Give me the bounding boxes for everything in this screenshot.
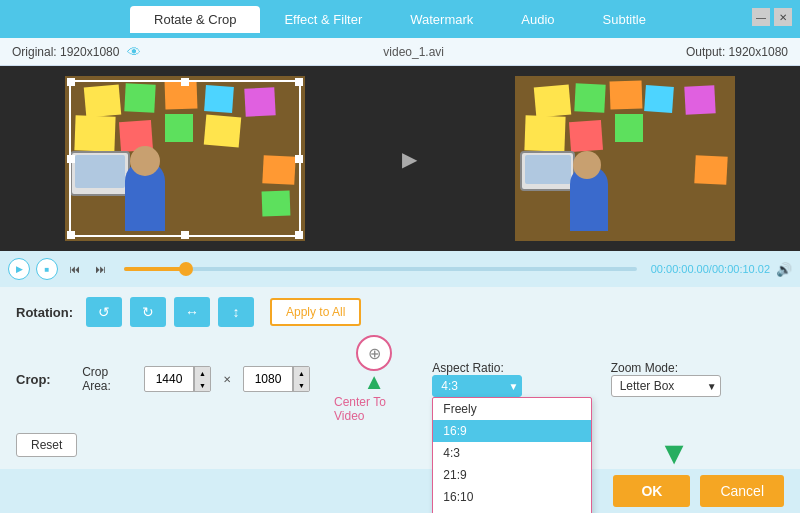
option-16-9[interactable]: 16:9 bbox=[433, 420, 591, 442]
height-spinner: ▲ ▼ bbox=[292, 367, 309, 391]
option-5-4[interactable]: 5:4 bbox=[433, 508, 591, 513]
desk-scene-left bbox=[65, 76, 305, 241]
tab-audio[interactable]: Audio bbox=[497, 6, 578, 33]
height-input-group: ▲ ▼ bbox=[243, 366, 310, 392]
crop-handle-mr[interactable] bbox=[295, 155, 303, 163]
preview-arrow: ▶ bbox=[402, 147, 417, 171]
crop-handle-bm[interactable] bbox=[181, 231, 189, 239]
crop-label: Crop: bbox=[16, 372, 74, 387]
rotation-row: Rotation: ↺ ↻ ↔ ↕ Apply to All bbox=[16, 297, 784, 327]
tab-watermark[interactable]: Watermark bbox=[386, 6, 497, 33]
info-bar: Original: 1920x1080 👁 video_1.avi Output… bbox=[0, 38, 800, 66]
rotation-label: Rotation: bbox=[16, 305, 78, 320]
r-sticky-2 bbox=[574, 83, 605, 113]
preview-area: ▶ bbox=[0, 66, 800, 251]
green-arrow-icon: ▼ bbox=[658, 437, 690, 469]
timeline-progress bbox=[124, 267, 186, 271]
time-display: 00:00:00.00/00:00:10.02 bbox=[651, 263, 770, 275]
r-sticky-4 bbox=[644, 85, 674, 113]
aspect-select-wrapper: Freely 16:9 4:3 21:9 16:10 5:4 1:1 9:16 … bbox=[432, 375, 522, 397]
up-arrow-icon: ▲ bbox=[363, 371, 385, 393]
tab-bar: Rotate & Crop Effect & Filter Watermark … bbox=[130, 6, 670, 33]
crop-area-label: Crop Area: bbox=[82, 365, 136, 393]
crop-handle-tr[interactable] bbox=[295, 78, 303, 86]
window-controls: — ✕ bbox=[752, 8, 792, 26]
tab-rotate-crop[interactable]: Rotate & Crop bbox=[130, 6, 260, 33]
next-button[interactable]: ⏭ bbox=[90, 259, 110, 279]
option-21-9[interactable]: 21:9 bbox=[433, 464, 591, 486]
aspect-ratio-block: Aspect Ratio: Freely 16:9 4:3 21:9 16:10… bbox=[432, 361, 590, 397]
height-down-button[interactable]: ▼ bbox=[293, 379, 309, 391]
option-freely[interactable]: Freely bbox=[433, 398, 591, 420]
crop-handle-ml[interactable] bbox=[67, 155, 75, 163]
crop-handle-tm[interactable] bbox=[181, 78, 189, 86]
volume-icon[interactable]: 🔊 bbox=[776, 262, 792, 277]
timeline-track[interactable] bbox=[124, 267, 637, 271]
aspect-ratio-label: Aspect Ratio: bbox=[432, 361, 503, 375]
reset-button[interactable]: Reset bbox=[16, 433, 77, 457]
r-sticky-1 bbox=[534, 85, 571, 118]
width-spinner: ▲ ▼ bbox=[193, 367, 210, 391]
zoom-select-wrapper: Letter Box Pan & Scan Full ▼ bbox=[611, 375, 721, 397]
r-sticky-5 bbox=[684, 85, 715, 115]
aspect-ratio-select[interactable]: Freely 16:9 4:3 21:9 16:10 5:4 1:1 9:16 bbox=[432, 375, 522, 397]
crop-row: Crop: Crop Area: ▲ ▼ ✕ ▲ ▼ ⊕ ▲ Center To… bbox=[16, 335, 784, 423]
r-head bbox=[573, 151, 601, 179]
option-16-10[interactable]: 16:10 bbox=[433, 486, 591, 508]
video-preview-right bbox=[515, 76, 735, 241]
minimize-button[interactable]: — bbox=[752, 8, 770, 26]
crop-border bbox=[69, 80, 301, 237]
ok-button[interactable]: OK bbox=[613, 475, 690, 507]
zoom-mode-block: Zoom Mode: Letter Box Pan & Scan Full ▼ bbox=[611, 361, 784, 397]
close-button[interactable]: ✕ bbox=[774, 8, 792, 26]
video-preview-left bbox=[65, 76, 305, 241]
zoom-mode-select[interactable]: Letter Box Pan & Scan Full bbox=[611, 375, 721, 397]
option-4-3[interactable]: 4:3 bbox=[433, 442, 591, 464]
aspect-dropdown-list: Freely 16:9 4:3 21:9 16:10 5:4 1:1 9:16 bbox=[432, 397, 592, 513]
eye-icon[interactable]: 👁 bbox=[127, 44, 141, 60]
width-down-button[interactable]: ▼ bbox=[194, 379, 210, 391]
r-sticky-9 bbox=[694, 155, 727, 185]
rotate-right-button[interactable]: ↻ bbox=[130, 297, 166, 327]
desk-scene-right bbox=[515, 76, 735, 241]
width-input-group: ▲ ▼ bbox=[144, 366, 211, 392]
width-up-button[interactable]: ▲ bbox=[194, 367, 210, 379]
width-input[interactable] bbox=[145, 367, 193, 391]
crop-handle-bl[interactable] bbox=[67, 231, 75, 239]
timeline-thumb[interactable] bbox=[179, 262, 193, 276]
height-up-button[interactable]: ▲ bbox=[293, 367, 309, 379]
title-bar: Rotate & Crop Effect & Filter Watermark … bbox=[0, 0, 800, 38]
height-input[interactable] bbox=[244, 367, 292, 391]
r-sticky-8 bbox=[615, 114, 643, 142]
bottom-bar: ▼ OK Cancel bbox=[0, 469, 800, 513]
filename: video_1.avi bbox=[141, 45, 685, 59]
center-to-video-label: Center To Video bbox=[334, 395, 414, 423]
apply-all-button[interactable]: Apply to All bbox=[270, 298, 361, 326]
flip-vertical-button[interactable]: ↕ bbox=[218, 297, 254, 327]
cancel-button[interactable]: Cancel bbox=[700, 475, 784, 507]
stop-button[interactable]: ■ bbox=[36, 258, 58, 280]
r-person bbox=[550, 146, 625, 231]
original-resolution: Original: 1920x1080 bbox=[12, 45, 119, 59]
multiply-icon: ✕ bbox=[223, 374, 231, 385]
prev-button[interactable]: ⏮ bbox=[64, 259, 84, 279]
tab-subtitle[interactable]: Subtitle bbox=[579, 6, 670, 33]
crop-handle-tl[interactable] bbox=[67, 78, 75, 86]
crosshair-button[interactable]: ⊕ bbox=[356, 335, 392, 371]
flip-horizontal-button[interactable]: ↔ bbox=[174, 297, 210, 327]
timeline-bar: ▶ ■ ⏮ ⏭ 00:00:00.00/00:00:10.02 🔊 bbox=[0, 251, 800, 287]
r-sticky-3 bbox=[610, 80, 643, 109]
tab-effect-filter[interactable]: Effect & Filter bbox=[260, 6, 386, 33]
rotate-left-button[interactable]: ↺ bbox=[86, 297, 122, 327]
play-button[interactable]: ▶ bbox=[8, 258, 30, 280]
center-to-video-area: ⊕ ▲ Center To Video bbox=[334, 335, 414, 423]
output-resolution: Output: 1920x1080 bbox=[686, 45, 788, 59]
crop-handle-br[interactable] bbox=[295, 231, 303, 239]
zoom-mode-label: Zoom Mode: bbox=[611, 361, 678, 375]
